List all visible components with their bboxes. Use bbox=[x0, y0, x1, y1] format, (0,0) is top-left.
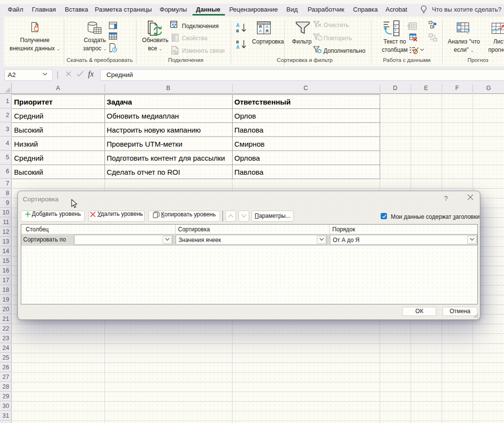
svg-text:А: А bbox=[236, 23, 239, 28]
svg-text:А: А bbox=[236, 45, 239, 50]
svg-text:я: я bbox=[236, 28, 239, 33]
svg-text:А: А bbox=[259, 29, 262, 33]
svg-text:?: ? bbox=[466, 28, 470, 35]
svg-text:Я: Я bbox=[266, 29, 268, 33]
svg-text:я: я bbox=[236, 39, 239, 45]
